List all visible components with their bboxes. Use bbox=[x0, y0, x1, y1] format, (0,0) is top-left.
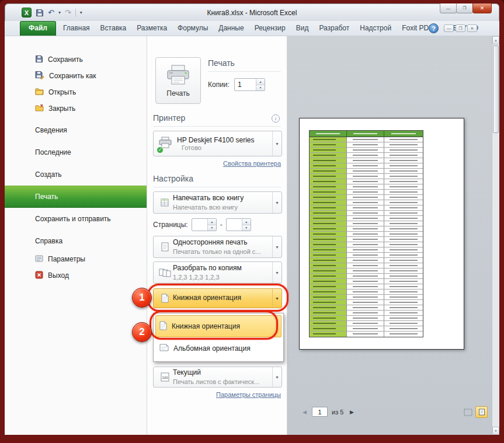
chevron-down-icon: ▼ bbox=[272, 236, 281, 257]
ribbon-tabs: Файл Главная Вставка Разметка Формулы Да… bbox=[20, 21, 484, 36]
sidebar-item-label: Создать bbox=[35, 170, 62, 179]
print-button[interactable]: Печать bbox=[155, 57, 201, 104]
table-row bbox=[310, 332, 423, 337]
sidebar-item-label: Сохранить как bbox=[49, 72, 96, 80]
dropdown-subtitle: Напечатать всю книгу bbox=[173, 203, 272, 211]
pages-range-row: Страницы: ▲▼ - ▲▼ bbox=[153, 218, 251, 231]
stepper-arrows[interactable]: ▲▼ bbox=[207, 219, 216, 231]
tab-insert[interactable]: Вставка bbox=[95, 21, 132, 36]
prev-page-button[interactable]: ◀ bbox=[303, 409, 307, 415]
scaling-dropdown[interactable]: 100 ТекущийПечать листов с фактическ... … bbox=[153, 367, 282, 388]
annotation-badge-2: 2 bbox=[132, 322, 152, 342]
show-margins-button[interactable] bbox=[464, 409, 472, 416]
backstage-nav-group: Сведения Последние Создать Печать Сохран… bbox=[5, 119, 147, 252]
table-row bbox=[310, 326, 423, 332]
zoom-to-page-button[interactable] bbox=[475, 406, 488, 418]
tab-addins[interactable]: Надстрой bbox=[354, 21, 397, 36]
current-page-input[interactable]: 1 bbox=[312, 407, 328, 417]
table-header-cell bbox=[310, 131, 347, 137]
dropdown-title: Разобрать по копиям bbox=[173, 264, 272, 273]
doc-minimize-icon[interactable]: — bbox=[444, 25, 454, 32]
tab-formulas[interactable]: Формулы bbox=[172, 21, 213, 36]
collate-dropdown[interactable]: Разобрать по копиям1,2,3 1,2,3 1,2,3 ▼ bbox=[153, 261, 282, 284]
table-row bbox=[310, 316, 423, 321]
sidebar-item-save-send[interactable]: Сохранить и отправить bbox=[5, 208, 147, 230]
printer-small-icon: ✓ bbox=[158, 137, 177, 151]
stepper-arrows[interactable]: ▲▼ bbox=[256, 79, 265, 90]
table-row bbox=[310, 179, 423, 184]
scrollbar-up-icon[interactable]: ▲ bbox=[492, 36, 499, 44]
maximize-button[interactable]: ❐ bbox=[456, 4, 473, 13]
table-row bbox=[310, 311, 423, 316]
print-what-dropdown[interactable]: Напечатать всю книгуНапечатать всю книгу… bbox=[153, 191, 282, 214]
sidebar-item-new[interactable]: Создать bbox=[5, 163, 147, 186]
table-row bbox=[310, 200, 423, 205]
sidebar-item-save[interactable]: Сохранить bbox=[5, 51, 147, 68]
doc-close-icon[interactable]: ✕ bbox=[467, 25, 477, 32]
qat-customize-icon[interactable]: ▾ bbox=[80, 10, 82, 15]
doc-restore-icon[interactable]: ❐ bbox=[456, 25, 465, 32]
menu-item-landscape[interactable]: Альбомная ориентация bbox=[155, 337, 281, 360]
sidebar-item-label: Открыть bbox=[48, 88, 76, 96]
table-row bbox=[310, 169, 423, 174]
tab-data[interactable]: Данные bbox=[213, 21, 249, 36]
tab-file[interactable]: Файл bbox=[20, 21, 56, 36]
redo-icon[interactable]: ↷ bbox=[65, 9, 71, 16]
copies-value[interactable]: 1 bbox=[235, 79, 256, 90]
table-row bbox=[310, 216, 423, 221]
page-setup-link[interactable]: Параметры страницы bbox=[216, 391, 281, 398]
preview-table bbox=[309, 130, 423, 337]
table-row bbox=[310, 184, 423, 190]
printer-icon bbox=[165, 64, 191, 87]
save-icon[interactable] bbox=[36, 9, 44, 17]
sidebar-item-print[interactable]: Печать bbox=[5, 186, 147, 208]
sidebar-item-save-as[interactable]: Сохранить как bbox=[5, 68, 147, 84]
undo-icon[interactable]: ↶ bbox=[48, 9, 54, 16]
scrollbar-down-icon[interactable]: ▼ bbox=[492, 427, 499, 435]
tab-page-layout[interactable]: Разметка bbox=[131, 21, 172, 36]
dropdown-subtitle: Печать листов с фактическ... bbox=[173, 378, 272, 386]
sidebar-item-options[interactable]: Параметры bbox=[5, 251, 147, 267]
tab-review[interactable]: Рецензир bbox=[249, 21, 291, 36]
table-row bbox=[310, 247, 423, 253]
close-button[interactable]: ✕ bbox=[472, 4, 492, 13]
sidebar-item-label: Закрыть bbox=[48, 104, 75, 113]
single-page-icon bbox=[157, 242, 173, 252]
divider bbox=[208, 71, 281, 72]
sidebar-item-help[interactable]: Справка bbox=[5, 230, 147, 252]
page-from-stepper[interactable]: ▲▼ bbox=[192, 218, 217, 231]
preview-scrollbar[interactable]: ▲ ▼ bbox=[492, 36, 499, 435]
table-row bbox=[310, 158, 423, 163]
sidebar-item-close[interactable]: Закрыть bbox=[5, 100, 147, 117]
sidebar-item-open[interactable]: Открыть bbox=[5, 84, 147, 100]
info-icon[interactable]: i bbox=[272, 114, 280, 123]
copies-stepper[interactable]: 1 ▲▼ bbox=[234, 78, 265, 91]
table-row bbox=[310, 237, 423, 242]
sidebar-item-label: Сведения bbox=[35, 126, 67, 134]
tab-view[interactable]: Вид bbox=[291, 21, 314, 36]
scrollbar-thumb[interactable] bbox=[493, 46, 499, 133]
printer-properties-link[interactable]: Свойства принтера bbox=[223, 160, 281, 167]
sidebar-item-label: Сохранить и отправить bbox=[35, 215, 111, 223]
table-row bbox=[310, 153, 423, 158]
next-page-button[interactable]: ▶ bbox=[350, 409, 354, 415]
page-to-stepper[interactable]: ▲▼ bbox=[226, 218, 251, 231]
chevron-down-icon: ▼ bbox=[272, 131, 281, 156]
page-to-value[interactable] bbox=[227, 219, 242, 231]
help-icon[interactable]: ? bbox=[429, 23, 439, 33]
excel-logo-icon[interactable]: X bbox=[22, 8, 32, 18]
minimize-button[interactable]: — bbox=[440, 4, 457, 13]
duplex-dropdown[interactable]: Односторонняя печатьПечатать только на о… bbox=[153, 236, 282, 258]
copies-label: Копии: bbox=[208, 81, 230, 89]
stepper-arrows[interactable]: ▲▼ bbox=[242, 219, 251, 231]
page-from-value[interactable] bbox=[192, 219, 207, 231]
printer-select-dropdown[interactable]: ✓ HP Deskjet F4100 series Готово ▼ bbox=[153, 131, 282, 156]
sidebar-item-exit[interactable]: Выход bbox=[5, 267, 147, 284]
undo-dropdown-icon[interactable]: ▾ bbox=[58, 10, 61, 15]
sidebar-item-label: Параметры bbox=[48, 255, 85, 263]
table-row bbox=[310, 258, 423, 263]
sidebar-item-recent[interactable]: Последние bbox=[5, 141, 147, 163]
sidebar-item-info[interactable]: Сведения bbox=[5, 119, 147, 141]
tab-developer[interactable]: Разработ bbox=[314, 21, 354, 36]
tab-home[interactable]: Главная bbox=[58, 21, 95, 36]
